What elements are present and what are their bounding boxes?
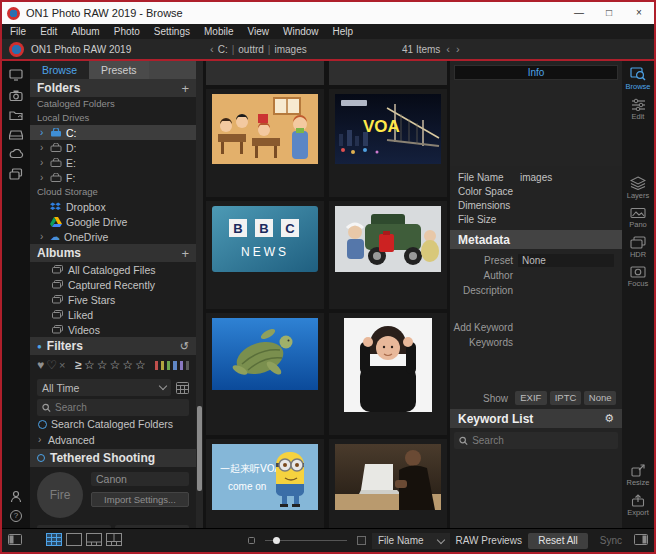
thumbnail-cell[interactable]	[329, 313, 447, 435]
close-button[interactable]: ×	[624, 2, 654, 24]
rating-ge-icon[interactable]: ≥	[75, 358, 82, 372]
sidebar-scrollbar[interactable]	[196, 61, 203, 528]
local-drives-label[interactable]: Local Drives	[30, 111, 196, 125]
color-swatch-red[interactable]	[155, 361, 158, 370]
cartoon-classroom-thumbnail[interactable]	[212, 94, 318, 164]
keyword-list-header[interactable]: Keyword List ⚙	[450, 409, 622, 428]
thumbnail-cell[interactable]: VOA	[329, 89, 447, 197]
menu-edit[interactable]: Edit	[40, 26, 57, 37]
menu-file[interactable]: File	[10, 26, 26, 37]
breadcrumb-folder[interactable]: outtrd	[238, 44, 264, 55]
filters-reset-icon[interactable]: ↺	[180, 340, 189, 353]
thumbnail-cell[interactable]: B B C NEWS	[206, 201, 324, 309]
tab-browse[interactable]: Browse	[30, 61, 89, 79]
view-filmstrip-button[interactable]	[86, 533, 102, 548]
desktop-icon[interactable]	[9, 69, 23, 81]
menu-photo[interactable]: Photo	[114, 26, 140, 37]
thumbnail-cell[interactable]: 一起来听VOA come on	[206, 439, 324, 528]
view-compare-button[interactable]	[106, 533, 122, 548]
star-1-icon[interactable]: ☆	[84, 358, 95, 372]
view-grid-button[interactable]	[46, 533, 62, 548]
album-liked[interactable]: Liked	[30, 307, 196, 322]
show-none-button[interactable]: None	[584, 391, 616, 405]
voa-bridge-thumbnail[interactable]: VOA	[335, 94, 441, 164]
scrollbar-handle[interactable]	[197, 406, 202, 491]
drive-row-f[interactable]: › F:	[30, 170, 196, 185]
reset-all-button[interactable]: Reset All	[528, 533, 587, 549]
thumbnail-cell[interactable]	[206, 313, 324, 435]
color-swatch-purple[interactable]	[180, 361, 183, 370]
cloud-icon[interactable]	[9, 149, 24, 159]
maximize-button[interactable]: □	[594, 2, 624, 24]
time-range-select[interactable]: All Time	[37, 379, 171, 396]
color-swatch-green[interactable]	[167, 361, 170, 370]
drive-row-c[interactable]: › C:	[30, 125, 196, 140]
not-liked-filter-icon[interactable]: ♡	[46, 358, 57, 372]
calendar-icon[interactable]	[176, 381, 189, 394]
advanced-toggle[interactable]: › Advanced	[30, 432, 196, 447]
module-resize[interactable]: Resize	[627, 464, 650, 487]
rejected-filter-icon[interactable]: ×	[59, 359, 65, 371]
menu-album[interactable]: Album	[71, 26, 99, 37]
google-drive-row[interactable]: Google Drive	[30, 214, 196, 229]
show-iptc-button[interactable]: IPTC	[550, 391, 582, 405]
import-settings-button[interactable]: Import Settings...	[91, 492, 189, 507]
module-browse[interactable]: Browse	[625, 67, 650, 91]
album-videos[interactable]: Videos	[30, 322, 196, 337]
toggle-left-panel-icon[interactable]	[8, 534, 22, 547]
help-icon[interactable]: ?	[10, 510, 22, 522]
camera-icon[interactable]	[9, 90, 23, 101]
bbc-news-thumbnail[interactable]: B B C NEWS	[212, 206, 318, 272]
menu-window[interactable]: Window	[283, 26, 319, 37]
module-pano[interactable]: Pano	[629, 207, 647, 229]
prev-item-icon[interactable]: ‹	[446, 43, 450, 55]
module-edit[interactable]: Edit	[631, 98, 646, 121]
next-item-icon[interactable]: ›	[456, 43, 460, 55]
menu-help[interactable]: Help	[333, 26, 354, 37]
album-captured-recently[interactable]: Captured Recently	[30, 277, 196, 292]
sync-button[interactable]: Sync	[594, 535, 628, 546]
folders-icon[interactable]	[9, 110, 24, 121]
thumbnail-cell[interactable]	[329, 439, 447, 528]
module-export[interactable]: Export	[627, 494, 649, 517]
description-input[interactable]	[518, 284, 614, 297]
expand-icon[interactable]: ›	[40, 157, 46, 168]
add-folder-button[interactable]: +	[181, 81, 189, 96]
cataloged-folders-label[interactable]: Cataloged Folders	[30, 97, 196, 111]
thumbnail-cell[interactable]	[206, 89, 324, 197]
color-swatch-blue[interactable]	[173, 361, 176, 370]
breadcrumb-back-icon[interactable]: ‹	[210, 43, 214, 55]
star-3-icon[interactable]: ☆	[109, 358, 120, 372]
onedrive-row[interactable]: › ☁ OneDrive	[30, 229, 196, 244]
raw-previews-label[interactable]: RAW Previews	[456, 535, 522, 546]
search-cataloged-toggle[interactable]: Search Cataloged Folders	[30, 416, 196, 432]
star-5-icon[interactable]: ☆	[135, 358, 146, 372]
woman-hands-on-ears-thumbnail[interactable]	[344, 318, 432, 412]
menu-mobile[interactable]: Mobile	[204, 26, 233, 37]
slider-knob[interactable]	[273, 537, 280, 544]
liked-filter-icon[interactable]: ♥	[37, 358, 44, 372]
show-exif-button[interactable]: EXIF	[515, 391, 547, 405]
star-4-icon[interactable]: ☆	[122, 358, 133, 372]
menu-settings[interactable]: Settings	[154, 26, 190, 37]
star-2-icon[interactable]: ☆	[97, 358, 108, 372]
keyword-search-input[interactable]	[472, 435, 613, 446]
breadcrumb-current[interactable]: images	[274, 44, 306, 55]
expand-icon[interactable]: ›	[40, 142, 46, 153]
menu-view[interactable]: View	[247, 26, 269, 37]
drive-icon[interactable]	[9, 130, 23, 140]
camera-select[interactable]: Canon	[91, 472, 189, 486]
color-swatch-yellow[interactable]	[161, 361, 164, 370]
thumbnail-cell[interactable]	[329, 201, 447, 309]
dropbox-row[interactable]: Dropbox	[30, 199, 196, 214]
vintage-car-cartoon-thumbnail[interactable]	[335, 206, 441, 272]
fire-button[interactable]: Fire	[37, 472, 83, 518]
album-five-stars[interactable]: Five Stars	[30, 292, 196, 307]
info-tab[interactable]: Info	[454, 65, 618, 80]
album-all-cataloged[interactable]: All Cataloged Files	[30, 262, 196, 277]
minion-voa-thumbnail[interactable]: 一起来听VOA come on	[212, 444, 318, 510]
keyword-settings-gear-icon[interactable]: ⚙	[604, 412, 614, 425]
metadata-header[interactable]: Metadata	[450, 230, 622, 249]
expand-icon[interactable]: ›	[40, 231, 46, 242]
sea-turtle-thumbnail[interactable]	[212, 318, 318, 390]
